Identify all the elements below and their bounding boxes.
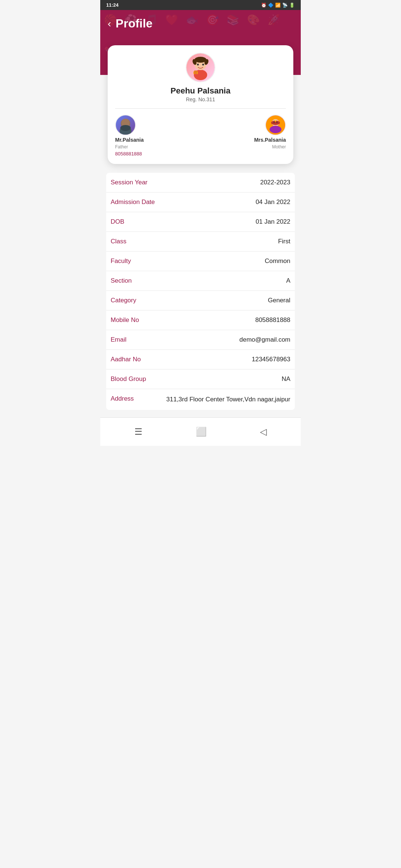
father-avatar	[115, 115, 136, 135]
info-label-email: Email	[111, 336, 155, 343]
mother-avatar-image	[266, 115, 285, 135]
info-section: Session Year2022-2023Admission Date04 Ja…	[106, 173, 295, 410]
status-icons: ⏰ 🔷 📶 📡 🔋	[261, 3, 295, 8]
mother-name: Mrs.Palsania	[254, 137, 286, 143]
student-reg-no: Reg. No.311	[186, 96, 215, 102]
back-button[interactable]: ‹	[108, 19, 111, 29]
info-value-aadhar-no: 12345678963	[155, 356, 290, 363]
father-info: Mr.Palsania Father 8058881888	[115, 115, 144, 157]
info-label-class: Class	[111, 238, 155, 245]
svg-point-19	[275, 120, 276, 122]
svg-point-16	[270, 126, 281, 133]
info-label-mobile-no: Mobile No	[111, 316, 155, 324]
father-avatar-svg	[116, 115, 135, 135]
info-value-blood-group: NA	[155, 375, 290, 383]
info-row: Address311,3rd Floor Center Tower,Vdn na…	[106, 389, 295, 410]
bluetooth-icon: 🔷	[268, 3, 274, 8]
status-bar: 11:24 ⏰ 🔷 📶 📡 🔋	[100, 0, 301, 10]
info-value-dob: 01 Jan 2022	[155, 218, 290, 226]
alarm-icon: ⏰	[261, 3, 267, 8]
info-value-session-year: 2022-2023	[155, 179, 290, 186]
wifi-icon: 📶	[275, 3, 281, 8]
student-avatar-image	[186, 53, 215, 82]
mother-info: Mrs.Palsania Mother	[254, 115, 286, 157]
svg-rect-8	[194, 70, 197, 74]
info-value-address: 311,3rd Floor Center Tower,Vdn nagar,jai…	[155, 395, 290, 404]
info-row: Session Year2022-2023	[106, 173, 295, 193]
svg-point-18	[277, 122, 278, 123]
info-row: Admission Date04 Jan 2022	[106, 193, 295, 212]
info-row: SectionA	[106, 271, 295, 291]
svg-point-5	[197, 64, 199, 66]
student-name: Peehu Palsania	[170, 86, 230, 96]
card-bottom: Mr.Palsania Father 8058881888	[115, 109, 286, 157]
info-row: DOB01 Jan 2022	[106, 212, 295, 232]
info-value-category: General	[155, 297, 290, 304]
home-button[interactable]: ⬜	[193, 424, 210, 440]
back-nav-button[interactable]: ◁	[257, 424, 270, 440]
student-avatar-svg	[188, 55, 213, 80]
mother-avatar	[265, 115, 286, 135]
info-value-section: A	[155, 277, 290, 285]
info-row: Aadhar No12345678963	[106, 350, 295, 369]
info-row: Mobile No8058881888	[106, 310, 295, 330]
info-label-faculty: Faculty	[111, 257, 155, 265]
info-value-class: First	[155, 238, 290, 245]
info-value-email: demo@gmail.com	[155, 336, 290, 343]
mother-avatar-svg	[266, 115, 285, 135]
info-row: Emaildemo@gmail.com	[106, 330, 295, 350]
info-label-admission-date: Admission Date	[111, 198, 155, 206]
profile-card: Peehu Palsania Reg. No.311 Mr.Palsania F…	[108, 45, 293, 164]
card-top: Peehu Palsania Reg. No.311	[115, 53, 286, 109]
header-top: ‹ Profile	[108, 17, 293, 30]
student-avatar	[186, 53, 215, 82]
father-phone: 8058881888	[115, 151, 142, 157]
info-label-aadhar-no: Aadhar No	[111, 356, 155, 363]
page-title: Profile	[115, 17, 153, 30]
status-time: 11:24	[106, 2, 118, 8]
mother-role: Mother	[272, 144, 286, 149]
info-row: CategoryGeneral	[106, 291, 295, 310]
info-value-mobile-no: 8058881888	[155, 316, 290, 324]
father-name: Mr.Palsania	[115, 137, 144, 143]
menu-button[interactable]: ☰	[131, 424, 146, 440]
info-label-category: Category	[111, 297, 155, 304]
info-label-address: Address	[111, 395, 155, 402]
svg-point-6	[202, 64, 204, 66]
info-label-dob: DOB	[111, 218, 155, 226]
svg-point-17	[274, 122, 275, 123]
info-label-blood-group: Blood Group	[111, 375, 155, 383]
info-row: FacultyCommon	[106, 251, 295, 271]
svg-point-12	[120, 125, 131, 131]
info-label-section: Section	[111, 277, 155, 285]
signal-icon: 📡	[282, 3, 288, 8]
info-value-admission-date: 04 Jan 2022	[155, 198, 290, 206]
bottom-navigation: ☰ ⬜ ◁	[100, 417, 301, 446]
battery-icon: 🔋	[289, 3, 295, 8]
father-avatar-image	[116, 115, 135, 135]
father-role: Father	[115, 144, 128, 149]
info-value-faculty: Common	[155, 257, 290, 265]
info-row: Blood GroupNA	[106, 369, 295, 389]
info-label-session-year: Session Year	[111, 179, 155, 186]
info-row: ClassFirst	[106, 232, 295, 251]
